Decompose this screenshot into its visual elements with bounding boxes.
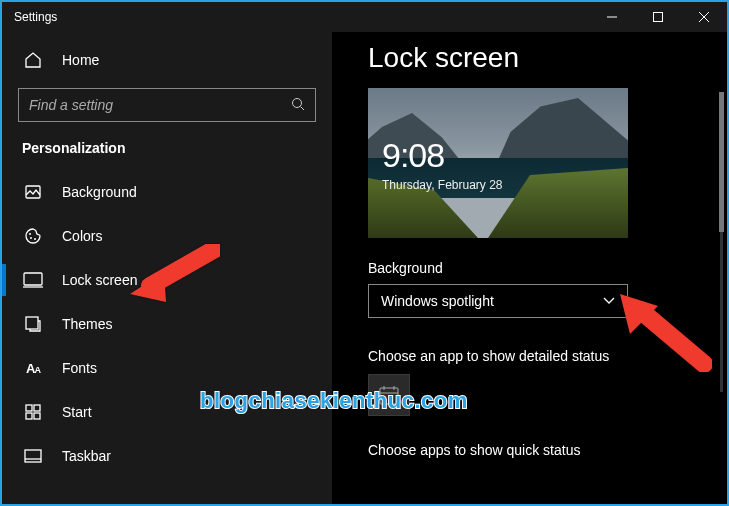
- sidebar-item-background[interactable]: Background: [2, 170, 332, 214]
- sidebar-item-label: Lock screen: [62, 272, 137, 288]
- sidebar: Home Find a setting Personalization Back…: [2, 32, 332, 504]
- svg-rect-10: [24, 273, 42, 285]
- home-label: Home: [62, 52, 99, 68]
- svg-rect-15: [26, 413, 32, 419]
- detailed-status-label: Choose an app to show detailed status: [368, 348, 727, 364]
- background-label: Background: [368, 260, 727, 276]
- sidebar-item-label: Colors: [62, 228, 102, 244]
- calendar-icon: [378, 384, 400, 406]
- sidebar-item-label: Taskbar: [62, 448, 111, 464]
- fonts-icon: AA: [22, 357, 44, 379]
- titlebar: Settings: [2, 2, 727, 32]
- svg-rect-19: [380, 388, 398, 404]
- svg-rect-14: [34, 405, 40, 411]
- background-dropdown[interactable]: Windows spotlight: [368, 284, 628, 318]
- search-input[interactable]: Find a setting: [18, 88, 316, 122]
- themes-icon: [22, 313, 44, 335]
- image-icon: [22, 181, 44, 203]
- window-title: Settings: [14, 10, 57, 24]
- svg-point-7: [29, 233, 31, 235]
- svg-point-8: [30, 237, 32, 239]
- svg-rect-1: [654, 13, 663, 22]
- page-title: Lock screen: [368, 42, 727, 74]
- palette-icon: [22, 225, 44, 247]
- quick-status-label: Choose apps to show quick status: [368, 442, 727, 458]
- sidebar-item-label: Start: [62, 404, 92, 420]
- sidebar-item-label: Themes: [62, 316, 113, 332]
- sidebar-item-colors[interactable]: Colors: [2, 214, 332, 258]
- chevron-down-icon: [603, 294, 615, 308]
- search-icon: [291, 97, 305, 114]
- sidebar-item-fonts[interactable]: AA Fonts: [2, 346, 332, 390]
- content-pane: Lock screen 9:08 Thursday, February 28 B…: [332, 32, 727, 504]
- scrollbar-thumb[interactable]: [719, 92, 724, 232]
- sidebar-item-taskbar[interactable]: Taskbar: [2, 434, 332, 478]
- detailed-status-app-slot[interactable]: [368, 374, 410, 416]
- lock-screen-preview[interactable]: 9:08 Thursday, February 28: [368, 88, 628, 238]
- category-label: Personalization: [2, 132, 332, 170]
- svg-rect-13: [26, 405, 32, 411]
- minimize-button[interactable]: [589, 2, 635, 32]
- svg-rect-16: [34, 413, 40, 419]
- preview-date: Thursday, February 28: [382, 178, 503, 192]
- sidebar-item-start[interactable]: Start: [2, 390, 332, 434]
- home-nav[interactable]: Home: [2, 38, 332, 82]
- sidebar-item-themes[interactable]: Themes: [2, 302, 332, 346]
- svg-line-5: [301, 106, 305, 110]
- sidebar-item-label: Background: [62, 184, 137, 200]
- svg-rect-17: [25, 450, 41, 462]
- start-icon: [22, 401, 44, 423]
- close-button[interactable]: [681, 2, 727, 32]
- search-placeholder: Find a setting: [29, 97, 113, 113]
- lock-screen-icon: [22, 269, 44, 291]
- sidebar-item-label: Fonts: [62, 360, 97, 376]
- svg-point-4: [293, 98, 302, 107]
- dropdown-value: Windows spotlight: [381, 293, 494, 309]
- svg-point-9: [34, 238, 36, 240]
- taskbar-icon: [22, 445, 44, 467]
- window-controls: [589, 2, 727, 32]
- maximize-button[interactable]: [635, 2, 681, 32]
- sidebar-item-lock-screen[interactable]: Lock screen: [2, 258, 332, 302]
- home-icon: [22, 49, 44, 71]
- svg-rect-12: [26, 317, 38, 329]
- preview-time: 9:08: [382, 136, 444, 175]
